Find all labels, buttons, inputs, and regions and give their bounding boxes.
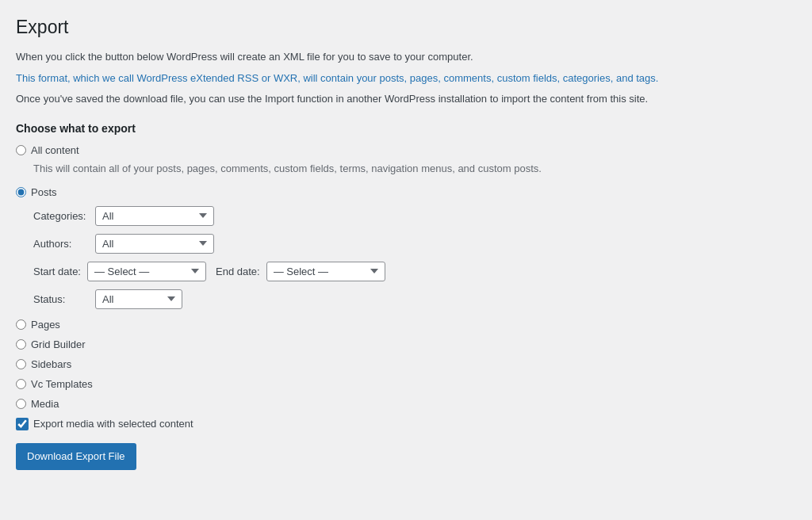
grid-builder-label: Grid Builder xyxy=(31,338,86,350)
vc-templates-label: Vc Templates xyxy=(31,378,93,390)
categories-label: Categories: xyxy=(33,210,89,222)
authors-label: Authors: xyxy=(33,238,89,250)
page-container: Export When you click the button below W… xyxy=(16,16,730,470)
status-select[interactable]: All xyxy=(95,289,182,309)
start-date-select[interactable]: — Select — xyxy=(87,262,206,281)
radio-all-content-input[interactable] xyxy=(16,145,26,155)
all-content-label: All content xyxy=(31,144,79,156)
media-label: Media xyxy=(31,398,59,410)
status-label: Status: xyxy=(33,293,89,305)
radio-pages[interactable]: Pages xyxy=(16,319,730,331)
radio-sidebars-input[interactable] xyxy=(16,359,26,369)
end-date-label: End date: xyxy=(216,266,260,277)
description-1: When you click the button below WordPres… xyxy=(16,49,730,66)
section-title: Choose what to export xyxy=(16,122,730,135)
export-media-checkbox-label[interactable]: Export media with selected content xyxy=(16,418,730,430)
radio-media-input[interactable] xyxy=(16,399,26,409)
posts-options: Categories: All Authors: All Start date:… xyxy=(33,206,730,309)
all-content-desc: This will contain all of your posts, pag… xyxy=(33,161,730,177)
radio-grid-builder-input[interactable] xyxy=(16,339,26,350)
end-date-select[interactable]: — Select — xyxy=(266,262,385,281)
radio-posts-input[interactable] xyxy=(16,187,26,197)
authors-row: Authors: All xyxy=(33,234,730,254)
sidebars-label: Sidebars xyxy=(31,358,71,370)
radio-vc-templates-input[interactable] xyxy=(16,379,26,389)
start-date-label: Start date: xyxy=(33,266,81,277)
download-export-button[interactable]: Download Export File xyxy=(16,443,136,470)
radio-vc-templates[interactable]: Vc Templates xyxy=(16,378,730,390)
status-row: Status: All xyxy=(33,289,730,309)
radio-grid-builder[interactable]: Grid Builder xyxy=(16,338,730,350)
radio-all-content[interactable]: All content xyxy=(16,144,730,156)
radio-pages-input[interactable] xyxy=(16,319,26,330)
export-media-label: Export media with selected content xyxy=(33,418,193,430)
posts-label: Posts xyxy=(31,186,57,198)
export-media-checkbox[interactable] xyxy=(16,418,29,430)
description-2: This format, which we call WordPress eXt… xyxy=(16,71,730,87)
pages-label: Pages xyxy=(31,319,60,331)
authors-select[interactable]: All xyxy=(95,234,214,254)
date-row: Start date: — Select — End date: — Selec… xyxy=(33,262,730,281)
categories-select[interactable]: All xyxy=(95,206,214,226)
radio-posts[interactable]: Posts xyxy=(16,186,730,198)
page-title: Export xyxy=(16,16,730,40)
radio-media[interactable]: Media xyxy=(16,398,730,410)
description-3: Once you've saved the download file, you… xyxy=(16,91,730,108)
categories-row: Categories: All xyxy=(33,206,730,226)
radio-sidebars[interactable]: Sidebars xyxy=(16,358,730,370)
other-options: Pages Grid Builder Sidebars Vc Templates… xyxy=(16,319,730,410)
